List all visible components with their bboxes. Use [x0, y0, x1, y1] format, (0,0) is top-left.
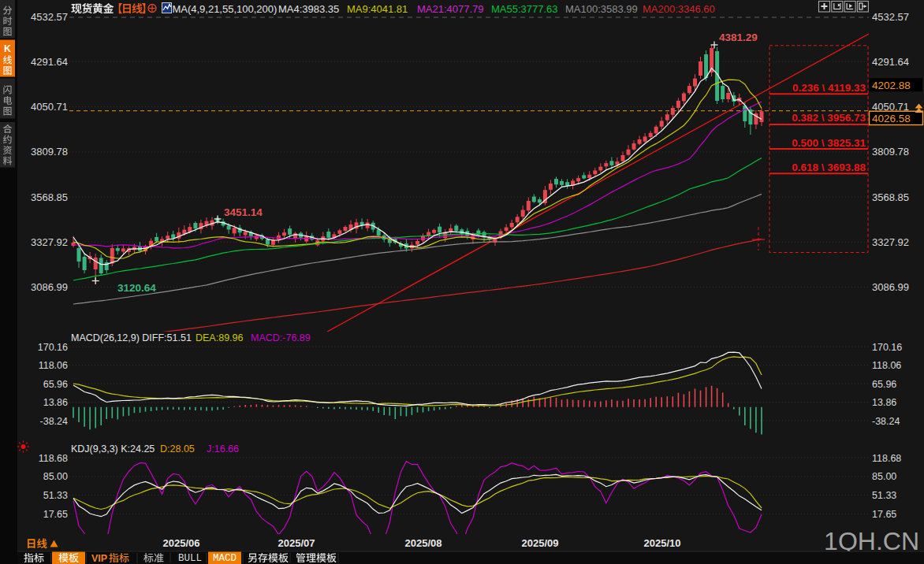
svg-text:17.65: 17.65 — [872, 509, 896, 520]
svg-text:MA9:4041.81: MA9:4041.81 — [347, 3, 408, 15]
svg-text:4291.64: 4291.64 — [872, 56, 909, 68]
svg-text:3568.85: 3568.85 — [31, 191, 68, 203]
svg-text:13.86: 13.86 — [872, 397, 896, 408]
svg-text:4026.58: 4026.58 — [872, 113, 911, 124]
svg-text:MACD:-76.89: MACD:-76.89 — [251, 332, 311, 343]
svg-text:-38.24: -38.24 — [872, 416, 900, 427]
svg-text:85.00: 85.00 — [872, 471, 896, 482]
svg-text:2025/10: 2025/10 — [644, 537, 681, 549]
svg-text:K: K — [4, 43, 11, 54]
svg-text:MA4:3983.35: MA4:3983.35 — [278, 3, 339, 15]
svg-text:118.68: 118.68 — [872, 453, 901, 464]
svg-text:3327.92: 3327.92 — [872, 236, 909, 248]
svg-text:85.00: 85.00 — [43, 471, 68, 482]
svg-text:DEA:89.96: DEA:89.96 — [196, 332, 244, 343]
svg-text:3809.78: 3809.78 — [31, 146, 68, 158]
svg-text:4202.88: 4202.88 — [872, 80, 911, 91]
svg-text:MA(4,9,21,55,100,200): MA(4,9,21,55,100,200) — [172, 3, 277, 15]
svg-text:4381.29: 4381.29 — [719, 32, 758, 43]
svg-text:17.65: 17.65 — [43, 509, 68, 520]
svg-text:51.33: 51.33 — [43, 490, 68, 501]
svg-text:3568.85: 3568.85 — [872, 191, 909, 203]
svg-text:VIP: VIP — [91, 553, 107, 564]
svg-text:3809.78: 3809.78 — [872, 146, 909, 158]
svg-text:2025/09: 2025/09 — [522, 537, 559, 549]
svg-text:118.06: 118.06 — [39, 360, 68, 371]
svg-text:KDJ(9,3,3) K:24.25: KDJ(9,3,3) K:24.25 — [71, 443, 155, 455]
svg-text:2025/06: 2025/06 — [163, 537, 200, 549]
svg-text:3086.99: 3086.99 — [872, 281, 909, 293]
svg-text:118.68: 118.68 — [39, 453, 68, 464]
svg-text:0.382 \ 3956.73: 0.382 \ 3956.73 — [792, 112, 866, 124]
svg-text:-38.24: -38.24 — [40, 416, 68, 427]
svg-text:0.500 \ 3825.31: 0.500 \ 3825.31 — [792, 137, 866, 149]
svg-text:65.96: 65.96 — [43, 379, 68, 390]
svg-text:2025/07: 2025/07 — [278, 537, 315, 549]
svg-text:51.33: 51.33 — [872, 490, 896, 501]
svg-text:3327.92: 3327.92 — [31, 236, 68, 248]
svg-text:13.86: 13.86 — [43, 397, 68, 408]
svg-text:MA21:4077.79: MA21:4077.79 — [417, 3, 484, 15]
svg-text:118.06: 118.06 — [872, 360, 901, 371]
svg-text:3120.64: 3120.64 — [117, 282, 156, 294]
svg-text:3451.14: 3451.14 — [224, 206, 263, 218]
svg-text:BULL: BULL — [178, 553, 202, 564]
svg-text:4050.71: 4050.71 — [31, 101, 68, 113]
svg-text:MACD: MACD — [213, 553, 237, 564]
svg-text:D:28.05: D:28.05 — [160, 443, 195, 455]
svg-text:4532.57: 4532.57 — [872, 11, 909, 23]
svg-text:0.618 \ 3693.88: 0.618 \ 3693.88 — [792, 161, 866, 173]
svg-text:MA200:3346.60: MA200:3346.60 — [643, 3, 715, 15]
svg-text:170.16: 170.16 — [38, 342, 68, 353]
svg-text:4291.64: 4291.64 — [31, 56, 68, 68]
svg-text:170.16: 170.16 — [872, 342, 902, 353]
svg-text:0.236 \ 4119.33: 0.236 \ 4119.33 — [792, 82, 866, 94]
svg-text:2025/08: 2025/08 — [405, 537, 442, 549]
svg-text:4532.57: 4532.57 — [31, 11, 68, 23]
svg-text:MA100:3583.99: MA100:3583.99 — [565, 3, 638, 15]
svg-text:65.96: 65.96 — [872, 379, 896, 390]
svg-text:MA55:3777.63: MA55:3777.63 — [491, 3, 558, 15]
svg-text:J:16.66: J:16.66 — [207, 443, 239, 455]
svg-text:3086.99: 3086.99 — [31, 281, 68, 293]
svg-text:MACD(26,12,9) DIFF:51.51: MACD(26,12,9) DIFF:51.51 — [71, 332, 192, 343]
